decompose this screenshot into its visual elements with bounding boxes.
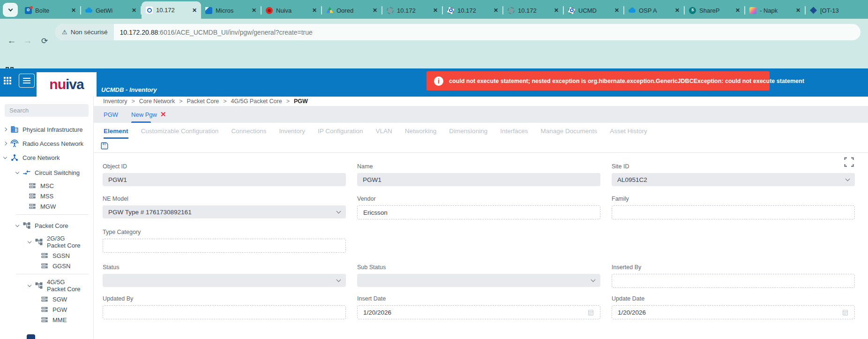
browser-tab-nuiva[interactable]: Nuiva✕ [262, 2, 321, 19]
tab-new-pgw[interactable]: New Pgw✕ [131, 106, 166, 123]
tab-ip-configuration[interactable]: IP Configuration [318, 123, 363, 139]
search-input[interactable] [5, 107, 89, 114]
ne-model-select[interactable]: PGW Type # 1761730892161 [103, 205, 346, 218]
tab-asset-history[interactable]: Asset History [610, 123, 647, 139]
object-id-input[interactable]: PGW1 [103, 173, 346, 186]
tab-customizable-configuration[interactable]: Customizable Configuration [141, 123, 219, 139]
close-icon[interactable]: ✕ [494, 7, 498, 14]
close-icon[interactable]: ✕ [614, 7, 619, 14]
sub-status-select[interactable] [357, 274, 600, 287]
close-icon[interactable]: ✕ [675, 7, 680, 14]
tab-interfaces[interactable]: Interfaces [500, 123, 528, 139]
name-input[interactable]: PGW1 [357, 173, 600, 186]
tab-inventory[interactable]: Inventory [279, 123, 305, 139]
tree-label: SGSN [52, 252, 70, 259]
browser-tab-outlook[interactable]: Boîte✕ [21, 2, 80, 19]
status-select[interactable] [103, 274, 346, 287]
close-icon[interactable]: ✕ [373, 7, 377, 14]
close-icon[interactable]: ✕ [252, 7, 256, 14]
browser-tab-10172-b[interactable]: 10.172✕ [443, 2, 502, 19]
inserted-by-input[interactable] [612, 274, 855, 288]
tree-item-sgsn[interactable]: SGSN [0, 250, 93, 261]
insert-date-input[interactable]: 1/20/2026 [357, 305, 600, 319]
tab-title: Micros [216, 7, 248, 14]
tree-item-mme[interactable]: MME [0, 315, 93, 325]
tree-item-packet-core[interactable]: Packet Core [0, 218, 93, 234]
security-chip[interactable]: ⚠ Non sécurisé [55, 24, 114, 40]
warning-icon: ⚠ [62, 29, 67, 36]
close-icon[interactable]: ✕ [796, 7, 801, 14]
save-button[interactable] [100, 142, 109, 150]
screen: Boîte✕ GetWi✕ 10.172✕ Micros✕ Nuiva✕ Oor… [0, 0, 868, 339]
tree-item-4g5g-packet-core[interactable]: 4G/5GPacket Core [0, 277, 93, 294]
tree-item-radio-access-network[interactable]: Radio Access Network [0, 136, 93, 151]
menu-button[interactable] [19, 74, 35, 88]
jira-icon [810, 7, 817, 14]
tree-item-circuit-switching[interactable]: Circuit Switching [0, 165, 93, 181]
field-label: Updated By [103, 295, 346, 302]
field-label: Type Category [103, 229, 346, 235]
close-icon[interactable]: ✕ [735, 7, 740, 14]
browser-tab-napkin[interactable]: - Napk✕ [745, 2, 805, 19]
sidebar-search[interactable] [5, 104, 89, 117]
tree-item-core-network[interactable]: Core Network [0, 151, 93, 165]
field-family: Family [612, 196, 855, 219]
browser-tab-ucmd[interactable]: UCMD✕ [564, 2, 623, 19]
close-icon[interactable]: ✕ [433, 7, 438, 14]
tree-item-pgw[interactable]: PGW [0, 304, 93, 315]
sitemap-icon [35, 238, 43, 246]
tree-item-msc[interactable]: MSC [0, 181, 93, 191]
browser-tab-jira[interactable]: [OT-13 [806, 2, 865, 19]
browser-tab-10172-a[interactable]: 10.172✕ [382, 2, 442, 19]
close-icon[interactable]: ✕ [312, 7, 317, 14]
tab-dimensioning[interactable]: Dimensioning [449, 123, 487, 139]
browser-tab-10172-c[interactable]: 10.172✕ [503, 2, 563, 19]
type-category-input[interactable] [103, 239, 346, 253]
browser-tab-active-ucmdb[interactable]: 10.172✕ [142, 1, 201, 19]
logo-part-1: nu [49, 76, 66, 92]
tab-title: Oored [337, 7, 369, 14]
close-icon[interactable]: ✕ [132, 7, 136, 14]
tree-item-physical-infrastructure[interactable]: Physical Infrastructure [0, 122, 93, 136]
field-label: Inserted By [612, 264, 855, 271]
forward-button[interactable]: → [22, 36, 34, 46]
browser-tab-oored[interactable]: Oored✕ [322, 2, 382, 19]
tab-title: [OT-13 [820, 7, 861, 14]
address-bar[interactable]: ⚠ Non sécurisé 10.172.20.88:6016/ACE_UCM… [55, 24, 861, 40]
back-button[interactable]: ← [6, 36, 18, 46]
tab-vlan[interactable]: VLAN [376, 123, 392, 139]
tab-manage-documents[interactable]: Manage Documents [540, 123, 597, 139]
breadcrumb-item[interactable]: Core Network [139, 98, 175, 105]
fullscreen-icon[interactable] [843, 156, 855, 168]
tab-element[interactable]: Element [104, 123, 128, 139]
browser-tab-micros[interactable]: Micros✕ [201, 2, 261, 19]
tab-pgw[interactable]: PGW [104, 106, 118, 123]
close-icon[interactable]: ✕ [71, 7, 76, 14]
tab-search-button[interactable] [3, 3, 18, 17]
tree-item-sgw[interactable]: SGW [0, 294, 93, 304]
close-icon[interactable]: ✕ [554, 7, 559, 14]
close-icon[interactable]: ✕ [192, 7, 197, 14]
tree-item-mss[interactable]: MSS [0, 191, 93, 201]
tree-item-2g3g-packet-core[interactable]: 2G/3GPacket Core [0, 234, 93, 250]
security-label: Non sécurisé [71, 29, 108, 36]
apps-grid-icon[interactable] [4, 77, 6, 79]
refresh-button[interactable]: ⟳ [38, 36, 51, 46]
breadcrumb-item[interactable]: Packet Core [187, 98, 219, 105]
updated-by-input[interactable] [103, 305, 346, 319]
site-id-select[interactable]: AL0951C2 [612, 173, 855, 186]
vendor-input[interactable]: Ericsson [357, 205, 600, 219]
browser-tab-sharepoint[interactable]: ShareP✕ [685, 2, 744, 19]
browser-tab-getwi[interactable]: GetWi✕ [81, 2, 141, 19]
update-date-input[interactable]: 1/20/2026 [612, 305, 855, 319]
close-tab-icon[interactable]: ✕ [160, 110, 166, 119]
tree-item-ggsn[interactable]: GGSN [0, 261, 93, 271]
family-input[interactable] [612, 205, 855, 219]
tab-connections[interactable]: Connections [231, 123, 266, 139]
nuiva-favicon [266, 7, 273, 14]
browser-tab-osp[interactable]: OSP A✕ [624, 2, 684, 19]
breadcrumb-item[interactable]: 4G/5G Packet Core [231, 98, 282, 105]
tab-networking[interactable]: Networking [405, 123, 437, 139]
tree-item-mgw[interactable]: MGW [0, 201, 93, 211]
breadcrumb-item[interactable]: Inventory [103, 98, 127, 105]
